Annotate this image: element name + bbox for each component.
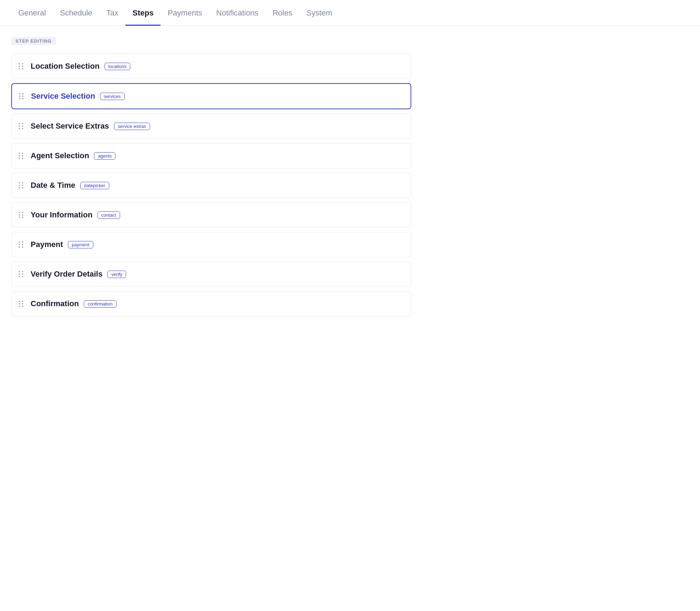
step-name-verify-order-details: Verify Order Details (31, 270, 102, 279)
step-name-select-service-extras: Select Service Extras (31, 122, 109, 131)
drag-handle-service-selection[interactable] (19, 93, 24, 99)
step-tag-payment: payment (68, 241, 93, 248)
step-row-location-selection[interactable]: Location Selectionlocations (11, 54, 411, 79)
step-row-select-service-extras[interactable]: Select Service Extrasservice extras (11, 113, 411, 139)
step-name-payment: Payment (31, 240, 63, 249)
drag-handle-select-service-extras[interactable] (19, 123, 24, 129)
step-tag-date-time: datepicker (80, 182, 109, 189)
section-label: Step Editing (11, 37, 56, 45)
step-name-service-selection: Service Selection (31, 92, 95, 101)
step-row-your-information[interactable]: Your Informationcontact (11, 202, 411, 228)
step-tag-select-service-extras: service extras (114, 123, 150, 130)
step-row-agent-selection[interactable]: Agent Selectionagents (11, 143, 411, 168)
drag-handle-payment[interactable] (19, 241, 24, 248)
step-name-date-time: Date & Time (31, 181, 75, 190)
nav-tab-general[interactable]: General (11, 0, 53, 26)
step-row-date-time[interactable]: Date & Timedatepicker (11, 173, 411, 198)
steps-list: Location SelectionlocationsService Selec… (11, 54, 411, 321)
step-name-confirmation: Confirmation (31, 299, 79, 308)
step-row-payment[interactable]: Paymentpayment (11, 232, 411, 257)
step-name-your-information: Your Information (31, 210, 93, 220)
nav-tab-system[interactable]: System (299, 0, 339, 26)
nav-tab-tax[interactable]: Tax (99, 0, 125, 26)
main-content: Step Editing Location Selectionlocations… (0, 26, 423, 332)
step-tag-your-information: contact (98, 211, 120, 219)
nav-tab-payments[interactable]: Payments (161, 0, 209, 26)
drag-handle-location-selection[interactable] (19, 63, 24, 69)
step-tag-agent-selection: agents (94, 152, 115, 160)
step-row-service-selection[interactable]: Service Selectionservices (11, 83, 411, 109)
step-tag-location-selection: locations (105, 63, 130, 70)
nav-tab-notifications[interactable]: Notifications (209, 0, 265, 26)
step-name-location-selection: Location Selection (31, 62, 100, 71)
nav-tab-roles[interactable]: Roles (265, 0, 299, 26)
drag-handle-date-time[interactable] (19, 182, 24, 189)
drag-handle-your-information[interactable] (19, 212, 24, 218)
nav-tab-steps[interactable]: Steps (125, 0, 161, 26)
step-row-verify-order-details[interactable]: Verify Order Detailsverify (11, 261, 411, 287)
step-tag-service-selection: services (100, 93, 125, 100)
step-name-agent-selection: Agent Selection (31, 151, 89, 160)
step-tag-confirmation: confirmation (84, 300, 117, 308)
drag-handle-verify-order-details[interactable] (19, 271, 24, 277)
top-nav: GeneralScheduleTaxStepsPaymentsNotificat… (0, 0, 700, 26)
nav-tab-schedule[interactable]: Schedule (53, 0, 99, 26)
step-row-confirmation[interactable]: Confirmationconfirmation (11, 291, 411, 316)
drag-handle-agent-selection[interactable] (19, 153, 24, 159)
drag-handle-confirmation[interactable] (19, 301, 24, 307)
step-tag-verify-order-details: verify (107, 271, 126, 278)
